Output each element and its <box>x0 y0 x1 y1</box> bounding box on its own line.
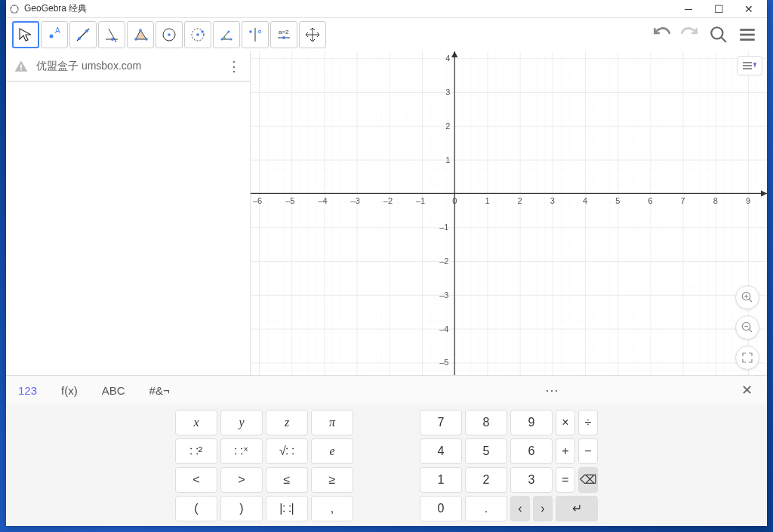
graphics-view[interactable]: –6–5–4–3–2–101234567894321–1–2–3–4–5 <box>251 51 767 375</box>
key-gt[interactable]: > <box>220 467 263 493</box>
kbd-tab-symbols[interactable]: #&¬ <box>146 380 173 401</box>
x-tick-label: –3 <box>351 196 360 205</box>
svg-line-32 <box>721 37 726 42</box>
virtual-keyboard: 123 f(x) ABC #&¬ ⋯ ✕ x y z π 7 8 9 ×÷ ⸬² <box>6 375 767 526</box>
algebra-view: 优盟盒子 umsbox.com ⋮ <box>6 51 251 375</box>
kbd-close-button[interactable]: ✕ <box>735 382 758 398</box>
key-0[interactable]: 0 <box>420 496 462 521</box>
x-tick-label: 0 <box>452 196 457 205</box>
undo-button[interactable] <box>648 21 675 48</box>
key-abs[interactable]: |⸬| <box>266 496 308 521</box>
key-left[interactable]: ‹ <box>510 496 530 521</box>
fullscreen-button[interactable] <box>735 346 759 370</box>
coordinate-grid <box>251 51 767 375</box>
svg-point-5 <box>11 7 12 8</box>
key-6[interactable]: 6 <box>510 438 553 464</box>
key-minus[interactable]: − <box>578 438 598 464</box>
key-lt[interactable]: < <box>175 467 217 493</box>
input-row[interactable]: 优盟盒子 umsbox.com ⋮ <box>6 51 250 81</box>
y-tick-label: –4 <box>439 324 448 334</box>
point-tool[interactable]: A <box>41 21 68 48</box>
key-le[interactable]: ≤ <box>266 467 308 493</box>
perpendicular-tool[interactable] <box>98 21 125 48</box>
x-tick-label: 7 <box>681 196 685 205</box>
minimize-button[interactable]: ─ <box>673 0 704 18</box>
x-tick-label: 4 <box>583 196 587 205</box>
key-plus[interactable]: + <box>556 438 575 464</box>
svg-point-4 <box>11 11 13 13</box>
ellipse-tool[interactable] <box>184 21 211 48</box>
svg-point-24 <box>228 31 230 33</box>
slider-tool[interactable]: a=2 <box>270 21 297 48</box>
key-multiply[interactable]: × <box>556 410 575 435</box>
kbd-tab-fx[interactable]: f(x) <box>58 380 81 401</box>
key-9[interactable]: 9 <box>510 410 553 435</box>
svg-line-50 <box>749 329 752 332</box>
key-backspace[interactable]: ⌫ <box>578 467 598 493</box>
key-lparen[interactable]: ( <box>175 496 217 521</box>
polygon-tool[interactable] <box>127 21 154 48</box>
svg-point-23 <box>230 38 233 41</box>
key-2[interactable]: 2 <box>465 467 507 493</box>
menu-button[interactable] <box>734 21 761 48</box>
key-rparen[interactable]: ) <box>220 496 263 521</box>
input-menu-icon[interactable]: ⋮ <box>227 58 242 75</box>
key-power[interactable]: ⸬ˣ <box>220 438 263 464</box>
redo-button[interactable] <box>676 21 704 48</box>
window-title: GeoGebra 经典 <box>24 2 673 15</box>
key-x[interactable]: x <box>175 410 217 435</box>
angle-tool[interactable] <box>213 21 240 48</box>
y-tick-label: –3 <box>439 291 448 300</box>
x-tick-label: –5 <box>285 196 294 205</box>
move-view-tool[interactable] <box>299 21 326 48</box>
kbd-tab-123[interactable]: 123 <box>15 380 40 401</box>
svg-rect-39 <box>251 51 767 375</box>
x-tick-label: 3 <box>550 196 555 205</box>
zoom-in-button[interactable] <box>735 285 759 309</box>
key-equals[interactable]: = <box>556 467 575 493</box>
key-dot[interactable]: . <box>465 496 507 521</box>
zoom-out-button[interactable] <box>735 315 759 340</box>
key-1[interactable]: 1 <box>420 467 462 493</box>
circle-tool[interactable] <box>156 21 183 48</box>
svg-point-26 <box>249 30 252 33</box>
key-pi[interactable]: π <box>311 410 353 435</box>
kbd-tab-abc[interactable]: ABC <box>99 380 128 401</box>
maximize-button[interactable]: ☐ <box>704 0 734 18</box>
key-7[interactable]: 7 <box>420 410 462 435</box>
key-8[interactable]: 8 <box>465 410 507 435</box>
svg-point-27 <box>258 30 261 33</box>
key-z[interactable]: z <box>266 410 308 435</box>
app-icon <box>9 4 20 14</box>
reflect-tool[interactable] <box>242 21 269 48</box>
key-y[interactable]: y <box>220 410 263 435</box>
x-tick-label: 6 <box>648 196 652 205</box>
svg-point-30 <box>282 36 285 39</box>
svg-point-20 <box>196 33 199 36</box>
key-3[interactable]: 3 <box>510 467 553 493</box>
key-enter[interactable]: ↵ <box>556 496 598 521</box>
key-ge[interactable]: ≥ <box>311 467 353 493</box>
main-toolbar: A a=2 <box>6 18 767 51</box>
kbd-more-icon[interactable]: ⋯ <box>540 382 563 398</box>
key-comma[interactable]: , <box>311 496 353 521</box>
key-4[interactable]: 4 <box>420 438 462 464</box>
close-button[interactable]: ✕ <box>734 0 764 18</box>
search-button[interactable] <box>705 21 732 48</box>
style-bar-toggle[interactable] <box>737 56 762 75</box>
svg-point-6 <box>50 35 54 38</box>
svg-rect-37 <box>20 69 22 70</box>
key-square[interactable]: ⸬² <box>175 438 217 464</box>
x-tick-label: 2 <box>518 196 522 205</box>
key-divide[interactable]: ÷ <box>578 410 598 435</box>
svg-line-46 <box>749 299 752 302</box>
key-right[interactable]: › <box>533 496 553 521</box>
y-tick-label: 2 <box>445 121 450 131</box>
x-tick-label: 5 <box>615 196 620 205</box>
line-tool[interactable] <box>69 21 97 48</box>
key-sqrt[interactable]: √⸬ <box>266 438 308 464</box>
key-e[interactable]: e <box>311 438 353 464</box>
move-tool[interactable] <box>12 21 39 48</box>
key-5[interactable]: 5 <box>465 438 507 464</box>
x-tick-label: –2 <box>383 196 393 205</box>
